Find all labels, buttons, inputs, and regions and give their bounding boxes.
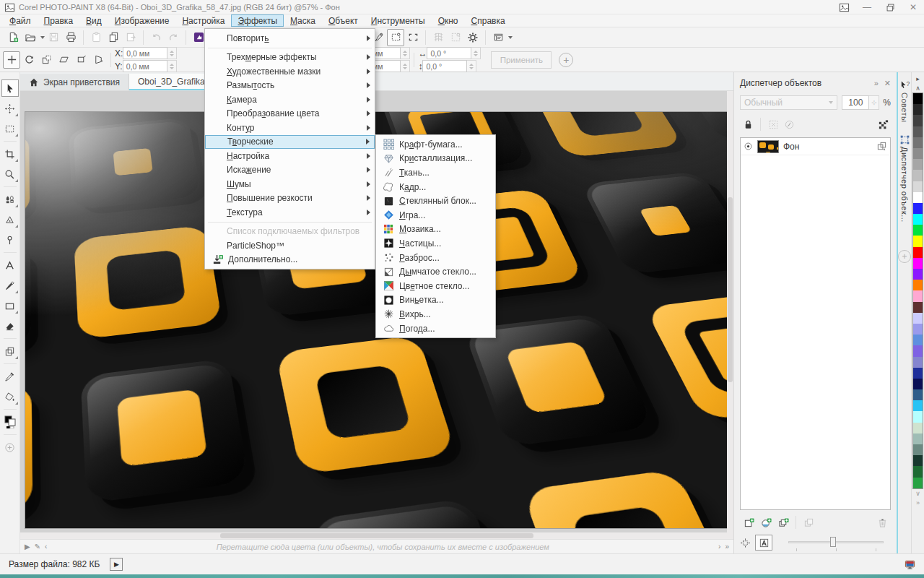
clone-tool[interactable] xyxy=(1,191,19,208)
spinner[interactable] xyxy=(167,60,177,72)
path-tool[interactable] xyxy=(1,231,19,249)
position-mode-button[interactable] xyxy=(3,51,20,69)
window-layout-button[interactable] xyxy=(489,29,507,46)
opacity-slider[interactable] xyxy=(788,536,884,549)
palette-swatch[interactable] xyxy=(913,104,923,115)
submenu-item-smoked-glass[interactable]: Дымчатое стекло... xyxy=(376,264,495,279)
menu-mask[interactable]: Маска xyxy=(284,14,322,27)
options-button[interactable] xyxy=(464,29,481,46)
play-icon[interactable]: ▶ xyxy=(25,543,30,551)
menu-item-adjust[interactable]: Настройка xyxy=(205,149,375,163)
perspective-mode-button[interactable] xyxy=(90,51,107,69)
palette-swatch[interactable] xyxy=(913,148,923,159)
menu-window[interactable]: Окно xyxy=(432,14,465,27)
palette-swatch[interactable] xyxy=(913,269,923,280)
add-docker-button[interactable]: + xyxy=(898,250,911,263)
palette-swatch[interactable] xyxy=(913,335,923,345)
scale-mode-button[interactable] xyxy=(38,51,55,69)
eyedropper-tool[interactable] xyxy=(1,368,19,385)
spinner[interactable] xyxy=(167,47,177,59)
menu-item-camera[interactable]: Камера xyxy=(205,92,375,107)
edit-text-attributes-button[interactable] xyxy=(755,535,772,551)
grid-warp-button[interactable] xyxy=(430,29,447,46)
menu-help[interactable]: Справка xyxy=(465,14,512,27)
marquee-visible-button[interactable] xyxy=(387,29,404,46)
menu-edit[interactable]: Правка xyxy=(38,14,80,27)
paint-tool[interactable] xyxy=(1,277,19,294)
palette-expand-icon[interactable]: » xyxy=(916,499,920,508)
spinner[interactable] xyxy=(471,47,481,59)
spinner[interactable] xyxy=(467,60,476,72)
palette-flyout-icon[interactable]: ▸ xyxy=(916,74,920,83)
marquee-all-button[interactable] xyxy=(404,29,422,46)
cursor-help-icon[interactable]: ? xyxy=(899,79,910,91)
redo-button[interactable] xyxy=(165,29,182,46)
crop-tool[interactable] xyxy=(1,145,19,163)
copy-button[interactable] xyxy=(105,29,122,46)
palette-swatch[interactable] xyxy=(913,203,923,214)
status-expand-button[interactable]: ▶ xyxy=(110,558,123,571)
menu-view[interactable]: Вид xyxy=(79,14,108,27)
menu-item-texture[interactable]: Текстура xyxy=(205,205,375,220)
chevron-left-icon[interactable]: ‹ xyxy=(45,543,47,551)
menu-item-distort[interactable]: Искажение xyxy=(205,163,375,178)
undo-button[interactable] xyxy=(147,29,165,46)
menu-file[interactable]: Файл xyxy=(3,14,38,27)
angle-field[interactable]: 0,0 ° xyxy=(427,47,471,59)
transform-box-icon[interactable] xyxy=(899,134,910,145)
mask-overlay-button[interactable] xyxy=(447,29,464,46)
palette-swatch[interactable] xyxy=(913,280,923,290)
open-button[interactable] xyxy=(22,29,39,46)
submenu-item-weather[interactable]: Погода... xyxy=(376,322,495,336)
palette-swatch[interactable] xyxy=(913,247,923,258)
panel-collapse-button[interactable]: » xyxy=(874,79,879,87)
clip-mask-button[interactable] xyxy=(781,116,797,132)
pin-move-icon[interactable] xyxy=(740,538,751,548)
palette-swatch[interactable] xyxy=(913,313,923,324)
submenu-item-crystallize[interactable]: Кристаллизация... xyxy=(376,152,495,166)
menu-item-3d-effects[interactable]: Трехмерные эффекты xyxy=(205,51,375,65)
pick-tool[interactable] xyxy=(1,79,19,97)
x-position-field[interactable]: 0,0 мм xyxy=(123,47,167,59)
panel-close-button[interactable]: ✕ xyxy=(884,79,891,88)
minimize-button[interactable]: — xyxy=(860,1,873,13)
menu-item-noise[interactable]: Шумы xyxy=(205,177,375,191)
quick-customize[interactable] xyxy=(1,439,19,456)
palette-swatch[interactable] xyxy=(913,236,923,246)
restore-button[interactable] xyxy=(884,1,897,13)
fill-tool[interactable] xyxy=(1,388,19,405)
palette-swatch[interactable] xyxy=(913,324,923,335)
close-button[interactable]: ✕ xyxy=(907,1,920,13)
size-mode-button[interactable] xyxy=(72,51,90,69)
menu-item-particleshop[interactable]: ParticleShop™ xyxy=(205,238,375,253)
palette-swatch[interactable] xyxy=(913,137,923,148)
menu-adjust[interactable]: Настройка xyxy=(175,14,231,27)
y-position-field[interactable]: 0,0 мм xyxy=(123,60,167,72)
rectangle-mask-tool[interactable] xyxy=(1,120,19,137)
combine-button[interactable] xyxy=(800,514,817,530)
vertical-scrollbar-thumb[interactable] xyxy=(728,197,733,383)
palette-swatch[interactable] xyxy=(913,258,923,269)
palette-swatch[interactable] xyxy=(913,478,923,488)
palette-swatch[interactable] xyxy=(913,115,923,126)
opacity-spinner[interactable]: ⊹ xyxy=(869,95,879,110)
menu-image[interactable]: Изображение xyxy=(108,14,176,27)
menu-item-color-transform[interactable]: Преобразование цвета xyxy=(205,107,375,121)
duplicate-button[interactable] xyxy=(775,514,792,530)
merge-mode-select[interactable]: Обычный xyxy=(740,95,837,110)
new-button[interactable] xyxy=(4,29,22,46)
palette-swatch[interactable] xyxy=(913,181,923,192)
palette-swatch[interactable] xyxy=(913,444,923,455)
palette-swatch[interactable] xyxy=(913,357,923,368)
eraser-tool[interactable] xyxy=(1,317,19,335)
new-lens-button[interactable] xyxy=(757,514,775,530)
menu-effects[interactable]: Эффекты xyxy=(231,14,284,27)
lock-button[interactable] xyxy=(740,116,756,132)
submenu-item-whirl[interactable]: Вихрь... xyxy=(376,307,495,322)
skew-mode-button[interactable] xyxy=(55,51,72,69)
new-object-button[interactable] xyxy=(740,514,757,530)
palette-swatch[interactable] xyxy=(913,126,923,137)
horizontal-scrollbar-thumb[interactable] xyxy=(220,533,534,538)
palette-swatch[interactable] xyxy=(913,93,923,104)
submenu-item-glass-block[interactable]: Стеклянный блок... xyxy=(376,194,495,208)
